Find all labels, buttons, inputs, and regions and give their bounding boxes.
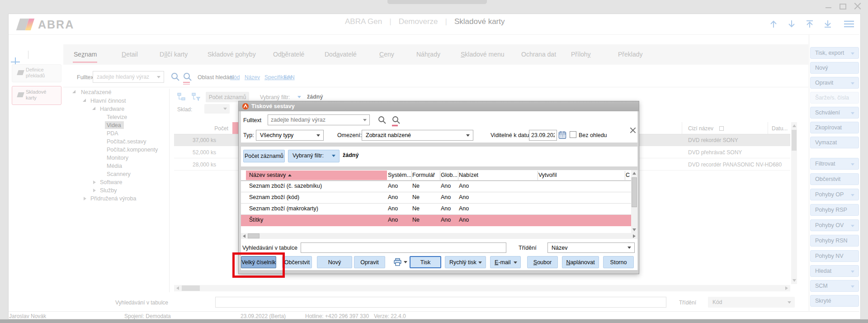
tree-item-videa[interactable]: Videa bbox=[107, 122, 121, 128]
selected-filter-dropdown-icon[interactable] bbox=[297, 96, 301, 98]
tree-item-monitory[interactable]: Monitory bbox=[107, 155, 128, 161]
tab-odberatele[interactable]: Odběratelé bbox=[273, 51, 304, 58]
tree-item-pridruzena-vyroba[interactable]: Přidružená výroba bbox=[90, 195, 136, 202]
sidebar-button-pohyby-rsp[interactable]: Pohyby RSP bbox=[810, 204, 859, 216]
sidebar-button-tisk-export[interactable]: Tisk, export bbox=[810, 47, 859, 59]
scrollbar-thumb[interactable] bbox=[182, 285, 200, 291]
search-icon[interactable] bbox=[170, 72, 180, 81]
column-header-cizi-nazev[interactable]: Cizí název bbox=[688, 125, 713, 132]
scroll-up-icon[interactable] bbox=[632, 172, 636, 175]
tree-item-hlavni-cinnost[interactable]: Hlavní činnost bbox=[90, 98, 126, 104]
calendar-icon[interactable] bbox=[558, 131, 566, 139]
tree-item-hardware[interactable]: Hardware bbox=[100, 106, 124, 112]
tab-dilci-karty[interactable]: Dílčí karty bbox=[160, 51, 188, 58]
tree-item-media[interactable]: Média bbox=[107, 163, 122, 169]
horizontal-scrollbar[interactable] bbox=[174, 285, 790, 291]
scroll-right-icon[interactable] bbox=[785, 286, 788, 290]
tree-collapser-pridruzena-vyroba[interactable] bbox=[84, 197, 86, 200]
nav-up-icon[interactable] bbox=[769, 19, 778, 29]
table-search-input[interactable] bbox=[215, 297, 666, 308]
sidebar-button-pohyby-rsn[interactable]: Pohyby RSN bbox=[810, 235, 859, 247]
dialog-button-email[interactable]: E-mail bbox=[490, 256, 521, 268]
dialog-button-rychly-tisk[interactable]: Rychlý tisk bbox=[445, 256, 486, 268]
scrollbar-thumb[interactable] bbox=[248, 233, 259, 238]
tab-skladove-pohyby[interactable]: Skladové pohyby bbox=[208, 51, 256, 58]
tree-collapser-sluzby[interactable] bbox=[93, 189, 96, 192]
module-card-definice-prekladu[interactable]: Definice překladů bbox=[12, 64, 61, 82]
scope-link-kod[interactable]: Kód bbox=[230, 74, 240, 81]
column-label[interactable]: Glob... bbox=[441, 172, 458, 178]
dialog-titlebar[interactable]: Tiskové sestavy bbox=[239, 101, 639, 111]
dialog-fulltext-input[interactable] bbox=[268, 114, 370, 125]
nav-down-icon[interactable] bbox=[787, 19, 797, 29]
tree-item-software[interactable]: Software bbox=[100, 179, 122, 185]
sidebar-button-skryte[interactable]: Skryté bbox=[810, 295, 859, 307]
scroll-up-icon[interactable] bbox=[793, 124, 796, 127]
dialog-table-search-input[interactable] bbox=[301, 242, 506, 253]
tree-view-icon[interactable] bbox=[177, 93, 186, 101]
dialog-date-input[interactable] bbox=[529, 130, 557, 141]
column-label[interactable]: Formulář bbox=[412, 172, 435, 178]
dialog-button-print-settings[interactable] bbox=[391, 256, 409, 268]
column-label[interactable]: Nabízet bbox=[459, 172, 478, 178]
dialog-ignore-date-checkbox[interactable] bbox=[570, 131, 576, 138]
window-close-icon[interactable] bbox=[854, 2, 861, 10]
dialog-search-icon[interactable] bbox=[377, 115, 387, 124]
dialog-fulltext-dropdown-icon[interactable] bbox=[363, 119, 367, 121]
report-row[interactable]: Seznam zboží (kód) Ano Ne Ano Ano bbox=[241, 192, 631, 204]
tree-expander-hardware[interactable] bbox=[92, 107, 95, 110]
sidebar-button-obcerstvit[interactable]: Občerstvit bbox=[810, 173, 859, 185]
scroll-right-icon[interactable] bbox=[633, 234, 636, 238]
sidebar-button-zkopirovat[interactable]: Zkopírovat bbox=[810, 122, 859, 133]
sidebar-button-opravit[interactable]: Opravit bbox=[810, 77, 859, 89]
tree-item-pocitac-sestavy[interactable]: Počítač.sestavy bbox=[107, 138, 146, 145]
dialog-filter-button[interactable]: Vybraný filtr: bbox=[288, 150, 340, 162]
sidebar-button-pohyby-ov[interactable]: Pohyby OV bbox=[810, 219, 859, 231]
report-row[interactable]: Seznam zboží (makrokarty) Ano Ne Ano Ano bbox=[241, 204, 631, 215]
warehouse-dropdown[interactable] bbox=[204, 104, 230, 114]
fulltext-input[interactable] bbox=[93, 71, 164, 83]
scroll-down-icon[interactable] bbox=[793, 279, 796, 282]
tab-detail[interactable]: Detail bbox=[122, 51, 138, 58]
dialog-button-storno[interactable]: Storno bbox=[603, 256, 634, 268]
tree-expander-nezarazene[interactable] bbox=[72, 90, 75, 93]
column-label[interactable]: Vytvořil bbox=[538, 172, 557, 178]
tree-filter-icon[interactable] bbox=[192, 93, 200, 101]
search-in-results-icon[interactable] bbox=[183, 72, 192, 81]
nav-last-icon[interactable] bbox=[823, 19, 833, 29]
tab-nahrady[interactable]: Náhrady bbox=[416, 51, 440, 58]
sidebar-button-novy[interactable]: Nový bbox=[810, 62, 859, 74]
scope-link-nazev[interactable]: Název bbox=[245, 74, 260, 81]
vertical-scrollbar[interactable] bbox=[791, 122, 797, 284]
minimize-icon[interactable] bbox=[826, 7, 831, 8]
sidebar-button-hledat[interactable]: Hledat bbox=[810, 265, 859, 277]
report-row[interactable]: Seznam zboží (č. sazebníku) Ano Ne Ano A… bbox=[241, 181, 631, 192]
tab-ceny[interactable]: Ceny bbox=[379, 51, 394, 58]
tree-item-pda[interactable]: PDA bbox=[107, 130, 118, 137]
tree-item-sluzby[interactable]: Služby bbox=[100, 187, 117, 194]
dialog-button-obcerstvit[interactable]: Občerstvit bbox=[282, 256, 312, 268]
column-label[interactable]: Systém... bbox=[388, 172, 411, 178]
dialog-close-icon[interactable] bbox=[630, 128, 636, 133]
dialog-restriction-select[interactable]: Zobrazit nabízené bbox=[362, 130, 473, 141]
scroll-left-icon[interactable] bbox=[243, 234, 245, 238]
sidebar-button-schvaleni[interactable]: Schválení bbox=[810, 107, 859, 119]
dialog-button-naplanovat[interactable]: Naplánovat bbox=[562, 256, 599, 268]
tree-item-nezarazene[interactable]: Nezařazené bbox=[81, 89, 111, 95]
dialog-button-novy[interactable]: Nový bbox=[317, 256, 352, 268]
dialog-record-count-button[interactable]: Počet záznamů bbox=[243, 150, 285, 162]
nav-first-icon[interactable] bbox=[805, 19, 815, 29]
scope-link-ean[interactable]: EAN bbox=[283, 74, 295, 81]
tree-expander-hlavni-cinnost[interactable] bbox=[83, 99, 86, 102]
tree-collapser-software[interactable] bbox=[93, 180, 96, 184]
tab-ochrana-dat[interactable]: Ochrana dat bbox=[521, 51, 556, 58]
scroll-left-icon[interactable] bbox=[176, 286, 179, 290]
scroll-down-icon[interactable] bbox=[632, 228, 636, 231]
scrollbar-thumb[interactable] bbox=[632, 177, 637, 207]
tab-dodavatele[interactable]: Dodavatelé bbox=[325, 51, 357, 58]
tab-prilohy[interactable]: Přílohy bbox=[571, 51, 591, 58]
dialog-vertical-scrollbar[interactable] bbox=[631, 170, 637, 233]
scrollbar-thumb[interactable] bbox=[792, 130, 797, 151]
tab-skladove-menu[interactable]: Skladové menu bbox=[461, 51, 505, 58]
column-header-pocet[interactable]: Počet bbox=[176, 125, 228, 132]
